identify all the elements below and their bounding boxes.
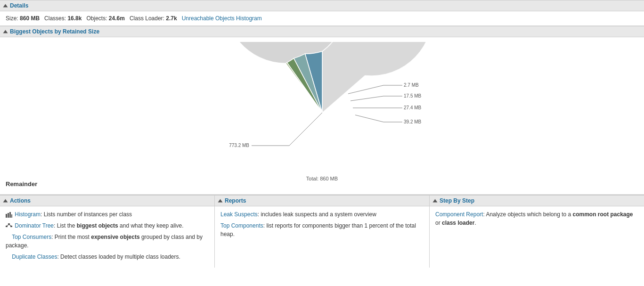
histogram-desc: : Lists number of instances per class xyxy=(41,211,132,218)
pie-total-label: Total: 860 MB xyxy=(157,176,487,181)
label-17: 17.5 MB xyxy=(404,93,422,98)
reports-header: Reports xyxy=(215,195,429,206)
collapse-icon-2[interactable] xyxy=(3,30,8,33)
collapse-icon-actions[interactable] xyxy=(3,199,8,203)
topconsumers-bold: expensive objects xyxy=(91,234,139,240)
actions-column: Actions Histogram: Lists number of insta… xyxy=(0,195,215,268)
slice-773 xyxy=(310,42,432,113)
action-topconsumers: Top Consumers: Print the most expensive … xyxy=(6,233,209,250)
biggest-objects-title: Biggest Objects by Retained Size xyxy=(10,28,99,35)
collapse-icon-stepbystep[interactable] xyxy=(433,199,438,203)
classes-value: 16.8k xyxy=(67,15,82,22)
biggest-objects-header: Biggest Objects by Retained Size xyxy=(0,26,644,37)
svg-rect-1 xyxy=(8,213,9,218)
action-duplicateclasses: Duplicate Classes: Detect classes loaded… xyxy=(6,253,209,261)
collapse-icon[interactable] xyxy=(3,4,8,8)
objects-label: Objects: xyxy=(86,15,107,22)
size-label: Size: xyxy=(6,15,18,22)
reports-column: Reports Leak Suspects: includes leak sus… xyxy=(215,195,430,268)
objects-value: 24.6m xyxy=(109,15,125,22)
label-line-17 xyxy=(351,96,383,101)
stepbystep-header: Step By Step xyxy=(430,195,644,206)
pie-chart-svg: 773.2 MB 39.2 MB 27.4 MB 17.5 MB 2.7 MB xyxy=(157,42,487,174)
duplicateclasses-link[interactable]: Duplicate Classes xyxy=(12,253,57,260)
histogram-icon xyxy=(6,212,12,218)
details-section: Details Size: 860 MB Classes: 16.8k Obje… xyxy=(0,0,644,26)
duplicateclasses-desc: : Detect classes loaded by multiple clas… xyxy=(57,253,180,260)
details-header: Details xyxy=(0,0,644,11)
classloader-label: Class Loader: xyxy=(130,15,164,22)
svg-line-8 xyxy=(9,225,11,226)
componentreport-bold1: common root package xyxy=(573,211,633,218)
svg-rect-5 xyxy=(6,226,8,227)
actions-title: Actions xyxy=(10,197,31,204)
bottom-section: Actions Histogram: Lists number of insta… xyxy=(0,195,644,268)
label-2: 2.7 MB xyxy=(404,82,419,88)
reports-content: Leak Suspects: includes leak suspects an… xyxy=(215,206,429,245)
componentreport-link[interactable]: Component Report xyxy=(435,211,483,218)
leaksuspects-desc: : includes leak suspects and a system ov… xyxy=(258,211,376,218)
svg-rect-6 xyxy=(10,226,12,227)
domtree-link[interactable]: Dominator Tree xyxy=(15,222,54,229)
label-773: 773.2 MB xyxy=(229,143,249,148)
componentreport-desc2: or xyxy=(435,220,442,226)
componentreport-desc: : Analyze objects which belong to a xyxy=(483,211,572,218)
actions-content: Histogram: Lists number of instances per… xyxy=(0,206,214,268)
svg-rect-3 xyxy=(11,214,12,218)
histogram-link[interactable]: Histogram xyxy=(15,211,41,218)
biggest-objects-section: Biggest Objects by Retained Size xyxy=(0,26,644,195)
stepbystep-title: Step By Step xyxy=(440,197,474,204)
topcomponents-link[interactable]: Top Components xyxy=(220,222,263,229)
collapse-icon-reports[interactable] xyxy=(218,199,223,203)
svg-rect-0 xyxy=(6,214,7,218)
label-line-39 xyxy=(355,115,383,122)
label-line-773 xyxy=(289,113,322,146)
size-value: 860 MB xyxy=(20,15,40,22)
svg-line-7 xyxy=(7,225,9,226)
tree-icon xyxy=(6,223,12,229)
domtree-desc2: and what they keep alive. xyxy=(118,222,184,229)
topconsumers-link[interactable]: Top Consumers xyxy=(12,234,51,240)
classes-label: Classes: xyxy=(44,15,66,22)
leaksuspects-link[interactable]: Leak Suspects xyxy=(220,211,258,218)
stepbystep-column: Step By Step Component Report: Analyze o… xyxy=(430,195,644,268)
action-histogram: Histogram: Lists number of instances per… xyxy=(6,210,209,219)
svg-rect-4 xyxy=(8,223,10,225)
componentreport-bold2: class loader xyxy=(442,220,474,226)
report-leaksuspects: Leak Suspects: includes leak suspects an… xyxy=(220,210,424,219)
componentreport-desc3: . xyxy=(474,220,476,226)
stepbystep-content: Component Report: Analyze objects which … xyxy=(430,206,644,234)
details-content: Size: 860 MB Classes: 16.8k Objects: 24.… xyxy=(0,11,644,26)
actions-header: Actions xyxy=(0,195,214,206)
domtree-desc: : List the xyxy=(54,222,77,229)
pie-chart-wrapper: 773.2 MB 39.2 MB 27.4 MB 17.5 MB 2.7 MB … xyxy=(157,42,487,179)
action-domtree: Dominator Tree: List the biggest objects… xyxy=(6,221,209,230)
label-27: 27.4 MB xyxy=(404,105,422,110)
label-line-2 xyxy=(348,85,383,94)
details-title: Details xyxy=(10,2,28,9)
pie-chart-section: 773.2 MB 39.2 MB 27.4 MB 17.5 MB 2.7 MB … xyxy=(0,37,644,195)
unreachable-objects-link[interactable]: Unreachable Objects Histogram xyxy=(182,15,262,22)
step-componentreport: Component Report: Analyze objects which … xyxy=(435,210,638,227)
label-39: 39.2 MB xyxy=(404,119,422,124)
domtree-bold: biggest objects xyxy=(77,222,118,229)
topconsumers-desc: : Print the most xyxy=(51,234,91,240)
classloader-value: 2.7k xyxy=(166,15,177,22)
report-topcomponents: Top Components: list reports for compone… xyxy=(220,221,424,238)
svg-rect-2 xyxy=(9,212,11,218)
reports-title: Reports xyxy=(225,197,246,204)
